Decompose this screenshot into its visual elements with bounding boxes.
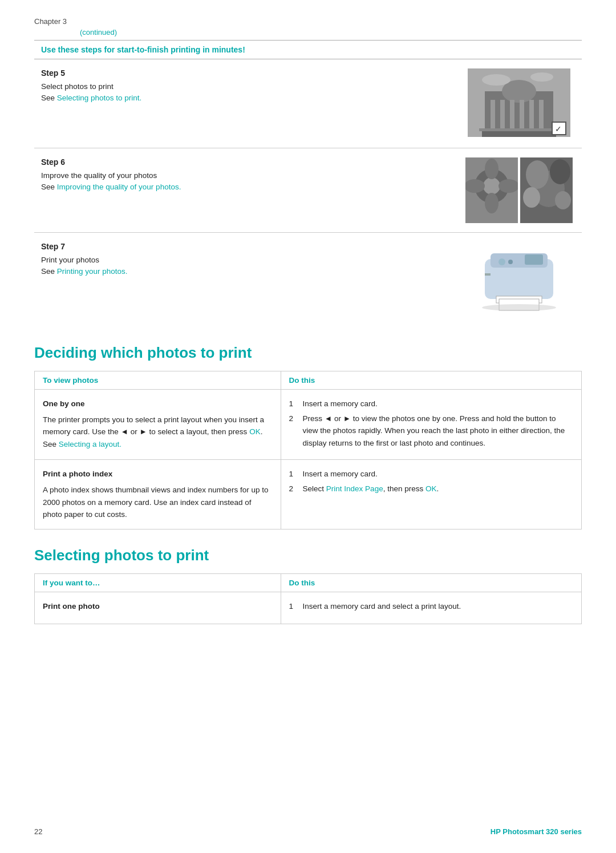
section1-header-row: To view photos Do this [35,371,582,390]
list-item: 2 Select Print Index Page, then press OK… [289,483,573,495]
step5-desc1: Select photos to print [41,81,449,92]
chapter-label: Chapter 3 [34,17,582,26]
step-text: Insert a memory card. [303,468,378,480]
footer-brand: HP Photosmart 320 series [491,827,582,836]
section1-col2-header: Do this [281,371,581,390]
svg-rect-8 [539,100,544,131]
step6-title: Step 6 [41,157,449,167]
table-row: Print one photo 1 Insert a memory card a… [35,592,582,624]
section1-row1-left: One by one The printer prompts you to se… [35,390,281,460]
step-number: 1 [289,468,298,480]
svg-rect-6 [520,100,524,131]
step7-link[interactable]: Printing your photos. [57,267,128,276]
page: Chapter 3 (continued) Use these steps fo… [0,0,616,853]
section2-table: If you want to… Do this Print one photo … [34,573,582,625]
one-by-one-steps: 1 Insert a memory card. 2 Press ◄ or ► t… [289,398,573,449]
list-item: 1 Insert a memory card. [289,398,573,410]
section1-heading: Deciding which photos to print [34,344,582,362]
section1-row1-right: 1 Insert a memory card. 2 Press ◄ or ► t… [281,390,581,460]
page-number: 22 [34,827,42,836]
svg-rect-10 [479,128,559,131]
svg-rect-7 [529,100,534,131]
photo-index-title: Print a photo index [43,468,273,480]
step-text: Insert a memory card and select a print … [303,600,461,613]
step7-desc2: See Printing your photos. [41,266,449,277]
step-number: 1 [289,600,298,613]
step7-title: Step 7 [41,242,449,251]
step-text: Insert a memory card. [303,398,378,410]
continued-label: (continued) [34,28,582,37]
step6-desc2: See Improving the quality of your photos… [41,181,449,193]
list-item: 2 Press ◄ or ► to view the photos one by… [289,413,573,450]
print-one-photo-steps: 1 Insert a memory card and select a prin… [289,600,573,613]
step5-link[interactable]: Selecting photos to print. [57,94,142,102]
svg-rect-35 [485,273,491,276]
table-row: Step 6 Improve the quality of your photo… [34,148,582,233]
section1-col1-header: To view photos [35,371,281,390]
building-image-wrapper: ✓ [468,68,570,139]
step-number: 1 [289,398,298,410]
svg-rect-30 [525,254,543,265]
table-row: Step 7 Print your photos See Printing yo… [34,233,582,328]
table-row: Print a photo index A photo index shows … [35,460,582,529]
section1-row2-left: Print a photo index A photo index shows … [35,460,281,529]
svg-point-36 [482,304,556,311]
flowers-image [463,157,575,223]
step7-content: Step 7 Print your photos See Printing yo… [34,233,456,328]
list-item: 1 Insert a memory card and select a prin… [289,600,573,613]
intro-text: Use these steps for start-to-finish prin… [34,41,582,59]
svg-point-17 [483,177,500,195]
svg-point-26 [523,187,540,208]
step5-image-cell: ✓ [456,59,582,148]
table-row: One by one The printer prompts you to se… [35,390,582,460]
section2-row1-right: 1 Insert a memory card and select a prin… [281,592,581,624]
step6-image-cell [456,148,582,233]
svg-point-19 [485,193,499,213]
step6-content: Step 6 Improve the quality of your photo… [34,148,456,233]
svg-text:✓: ✓ [555,124,562,134]
step6-desc1: Improve the quality of your photos [41,170,449,181]
svg-rect-4 [500,100,505,131]
section2-row1-left: Print one photo [35,592,281,624]
print-one-photo-title: Print one photo [43,600,273,613]
step-text: Press ◄ or ► to view the photos one by o… [303,413,573,450]
table-row: Step 5 Select photos to print See Select… [34,59,582,148]
list-item: 1 Insert a memory card. [289,468,573,480]
section2-header-row: If you want to… Do this [35,573,582,592]
svg-point-11 [482,74,510,86]
step5-content: Step 5 Select photos to print See Select… [34,59,456,148]
section2-col1-header: If you want to… [35,573,281,592]
building-image: ✓ [468,68,570,137]
section1-table: To view photos Do this One by one The pr… [34,371,582,529]
svg-point-12 [530,72,553,82]
svg-point-34 [508,260,513,264]
steps-table: Use these steps for start-to-finish prin… [34,40,582,327]
photo-index-body: A photo index shows thumbnail views and … [43,484,273,521]
svg-point-18 [485,159,499,179]
step-number: 2 [289,483,298,495]
step6-link[interactable]: Improving the quality of your photos. [57,183,181,191]
section1-row2-right: 1 Insert a memory card. 2 Select Print I… [281,460,581,529]
step5-desc2: See Selecting photos to print. [41,92,449,104]
one-by-one-body: The printer prompts you to select a prin… [43,414,273,451]
selecting-layout-link[interactable]: Selecting a layout. [59,440,121,448]
step7-desc1: Print your photos [41,254,449,266]
svg-point-25 [550,159,570,184]
section2-col2-header: Do this [281,573,581,592]
page-footer: 22 HP Photosmart 320 series [34,827,582,836]
step5-title: Step 5 [41,68,449,78]
step7-image-cell [456,233,582,328]
section2-heading: Selecting photos to print [34,547,582,564]
step-number: 2 [289,413,298,450]
ok-link1[interactable]: OK [249,427,261,436]
svg-rect-3 [491,100,495,131]
one-by-one-title: One by one [43,398,273,410]
print-index-link[interactable]: Print Index Page [326,484,383,493]
svg-point-24 [526,160,549,189]
printer-image [468,242,570,316]
ok-link2[interactable]: OK [425,484,437,493]
svg-rect-5 [510,100,514,131]
step-text: Select Print Index Page, then press OK. [303,483,439,495]
photo-index-steps: 1 Insert a memory card. 2 Select Print I… [289,468,573,495]
svg-point-27 [555,191,571,209]
